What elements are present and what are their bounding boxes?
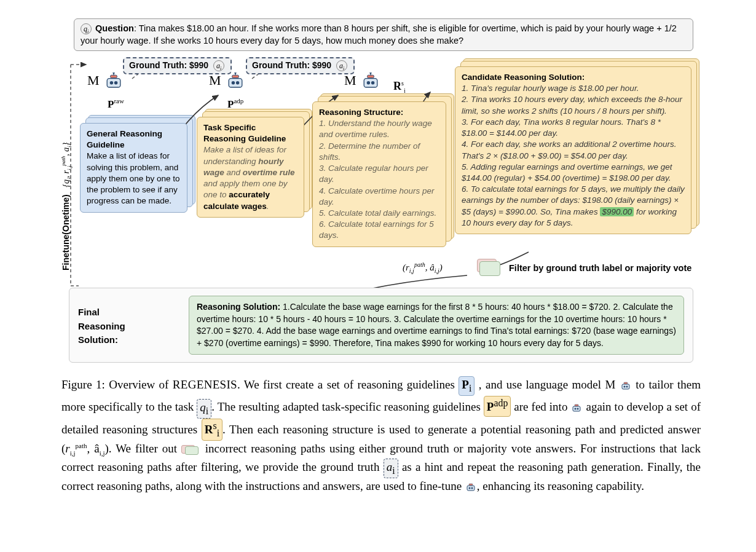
card-body: Make a list of ideas for solving this pr…: [87, 151, 181, 207]
padp-chip: Padp: [484, 396, 511, 416]
svg-point-2: [114, 81, 117, 84]
tuple-label: (ri,jpath, âi,j): [403, 261, 443, 274]
svg-rect-15: [368, 75, 374, 78]
card-body: 1. Tina's regular hourly wage is $18.00 …: [462, 83, 685, 229]
model-1: M: [87, 73, 125, 91]
filter-stack-icon: [181, 445, 201, 455]
svg-rect-21: [624, 382, 628, 384]
svg-point-8: [236, 81, 239, 84]
card-title: Candidate Reasoning Solution:: [462, 72, 685, 83]
candidate-solution-card: Candidate Reasoning Solution: 1. Tina's …: [455, 66, 691, 234]
svg-rect-22: [573, 406, 580, 411]
final-solution-box: Final Reasoning Solution: Reasoning Solu…: [69, 288, 693, 363]
robot-icon: [570, 403, 583, 413]
svg-rect-0: [107, 79, 120, 87]
model-3: M: [344, 73, 382, 91]
card-title: Reasoning Structure:: [319, 107, 439, 118]
filter-stack-icon: [479, 261, 500, 276]
final-title: Final Reasoning Solution:: [78, 306, 125, 347]
svg-point-13: [367, 81, 370, 84]
svg-point-5: [112, 73, 114, 74]
reasoning-structure-card: Reasoning Structure: 1. Understand the h…: [312, 101, 446, 247]
ground-truth-chip-2: Ground Truth: $990 ai: [246, 57, 355, 74]
rs-chip: Rsi: [202, 419, 222, 441]
question-box: qi Question: Tina makes $18.00 an hour. …: [74, 18, 693, 51]
svg-point-17: [369, 73, 371, 74]
model-2: M: [209, 73, 246, 91]
svg-point-19: [623, 385, 625, 387]
answer-icon: ai: [336, 60, 347, 71]
svg-rect-18: [622, 384, 629, 389]
p-chip: Pi: [459, 376, 474, 396]
card-body: 1. Understand the hourly wage and overti…: [319, 118, 439, 241]
svg-rect-25: [575, 404, 578, 406]
svg-point-28: [471, 487, 473, 489]
figure-caption: Figure 1: Overview of REGENESIS. We firs…: [61, 376, 701, 495]
robot-icon: [224, 73, 246, 91]
svg-point-14: [371, 81, 374, 84]
task-guideline-card: Task Specific Reasoning Guideline Make a…: [197, 117, 304, 218]
card-title: Task Specific Reasoning Guideline: [203, 122, 297, 144]
svg-rect-6: [229, 79, 242, 87]
rs-label: Rsi: [393, 80, 406, 94]
svg-rect-3: [111, 75, 117, 78]
svg-rect-26: [467, 486, 474, 491]
filter-label: Filter by ground truth label or majority…: [509, 263, 691, 273]
svg-point-20: [626, 385, 628, 387]
card-body: Make a list of ideas for understanding h…: [203, 144, 297, 211]
q-chip: qi: [197, 399, 211, 419]
question-icon: qi: [81, 23, 92, 34]
svg-point-23: [575, 408, 577, 410]
svg-point-7: [232, 81, 235, 84]
robot-icon: [360, 73, 382, 91]
final-solution-card: Reasoning Solution: 1.Calculate the base…: [189, 296, 684, 355]
question-label: Question: [95, 23, 134, 33]
question-text: : Tina makes $18.00 an hour. If she work…: [81, 23, 677, 45]
svg-rect-9: [232, 75, 239, 78]
svg-rect-29: [469, 484, 473, 486]
a-chip: ai: [384, 459, 398, 478]
finetune-sidebar-label: Finetune(Onetime) {qi, ri,jpath, ai}: [60, 143, 72, 270]
svg-point-27: [468, 487, 470, 489]
card-title: General Reasoning Guideline: [87, 128, 181, 151]
robot-icon: [103, 73, 125, 91]
svg-rect-12: [364, 79, 377, 87]
svg-point-24: [577, 408, 579, 410]
p-adp-label: Padp: [227, 97, 243, 111]
highlighted-answer: $990.00: [600, 207, 634, 216]
robot-icon: [465, 483, 477, 492]
answer-icon: ai: [213, 60, 224, 71]
robot-icon: [620, 381, 632, 391]
p-raw-label: Praw: [108, 97, 124, 111]
svg-point-11: [234, 73, 236, 74]
pipeline-diagram: qi Question: Tina makes $18.00 an hour. …: [61, 18, 701, 369]
general-guideline-card: General Reasoning Guideline Make a list …: [80, 123, 187, 213]
svg-point-1: [110, 81, 113, 84]
